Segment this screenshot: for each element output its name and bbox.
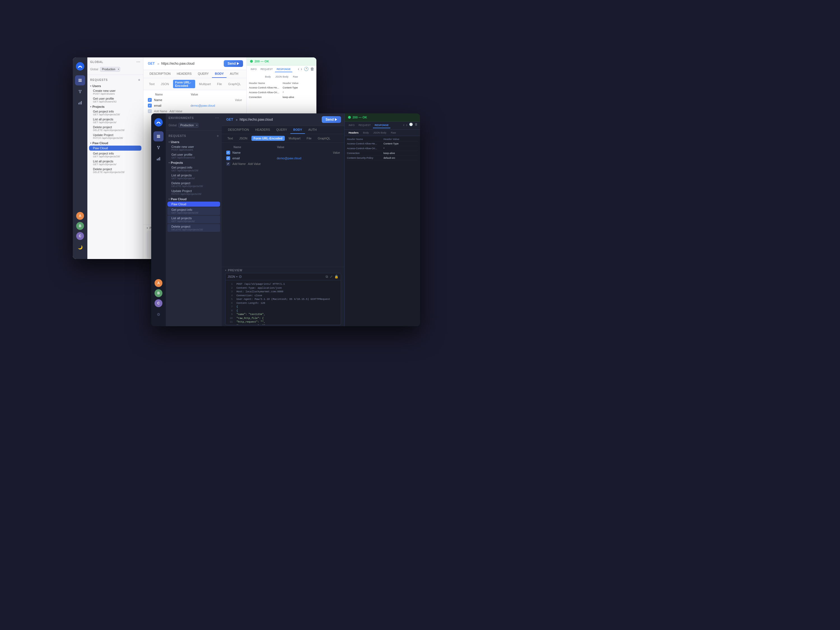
group-pawcloud-front[interactable]: ▾ Paw Cloud [166, 196, 222, 201]
resp-tab-info-front[interactable]: INFO [347, 123, 357, 128]
tab-headers-back[interactable]: HEADERS [174, 70, 194, 78]
lock-icon-front[interactable]: 🔒 [334, 275, 338, 279]
format-select-front[interactable]: JSON ▾ ⚙ [227, 275, 242, 279]
group-projects-back[interactable]: ▾ Projects [87, 104, 143, 109]
nav-delete-project-paw-front[interactable]: Delete project DELETE /api/v3/projects/2… [167, 224, 220, 232]
nav-pawcloud-selected-front[interactable]: Paw Cloud [167, 202, 220, 207]
tab-auth-back[interactable]: AUTH [227, 70, 241, 78]
nav-next-front[interactable]: › [406, 123, 407, 128]
send-button-back[interactable]: Send [224, 60, 243, 67]
nav-list-projects-front[interactable]: List all projects GET /api/v3/projects/ [166, 173, 222, 181]
checkbox-add-front[interactable] [226, 162, 230, 166]
subtab-file-front[interactable]: File [304, 136, 314, 141]
subtab-text-back[interactable]: Text [147, 82, 157, 87]
history-icon-front[interactable]: 🕐 [409, 123, 413, 128]
checkbox-name-front[interactable] [226, 151, 230, 155]
nav-list-projects-paw-back[interactable]: List all projects GET /api/v3/projects/ [87, 159, 143, 167]
subtab-form-back[interactable]: Form URL-Encoded [173, 80, 195, 88]
sidebar-icon-git-front[interactable] [153, 142, 164, 153]
subtab-body-back[interactable]: Body [264, 75, 273, 79]
nav-get-user-back[interactable]: Get user profile GET /api/v3/users/42 [87, 96, 143, 104]
nav-delete-project-paw-back[interactable]: Delete project DELETE /api/v3/projects/2… [87, 167, 143, 174]
env-select-front[interactable]: Production [178, 123, 199, 128]
checkbox-email-back[interactable] [148, 104, 152, 107]
subtab-form-front[interactable]: Form URL-Encoded [251, 136, 285, 141]
nav-get-project-front[interactable]: Get project info GET /api/v3/projects/28… [166, 165, 222, 173]
nav-list-projects-back[interactable]: List all projects GET /api/v3/projects/ [87, 117, 143, 125]
group-users-back[interactable]: ▾ Users [87, 83, 143, 88]
delete-icon-front[interactable]: 🗑 [415, 123, 418, 128]
subtab-multipart-back[interactable]: Multipart [197, 82, 213, 87]
env-select-back[interactable]: Production [100, 67, 120, 72]
checkbox-name-back[interactable] [148, 98, 152, 102]
add-request-front[interactable]: + [217, 134, 219, 138]
checkbox-add-back[interactable] [148, 109, 152, 113]
nav-create-user-front[interactable]: Create new user POST /api/v3/users [166, 144, 222, 152]
nav-get-project-paw-back[interactable]: Get project info GET /api/v3/projects/28… [87, 151, 143, 159]
resp-tab-request-front[interactable]: REQUEST [357, 123, 373, 128]
method-select-front[interactable]: GET [225, 117, 234, 122]
checkbox-email-front[interactable] [226, 156, 230, 160]
nav-update-project-back[interactable]: Update Project PATCH /api/v3/projects/28… [87, 133, 143, 140]
tab-body-back[interactable]: BODY [212, 70, 227, 78]
tab-query-front[interactable]: QUERY [273, 126, 290, 134]
nav-next-back[interactable]: › [301, 66, 302, 72]
env-menu-front[interactable]: ⋯ [215, 116, 219, 120]
send-button-front[interactable]: Send [322, 116, 341, 123]
nav-get-user-front[interactable]: Get user profile GET /api/v3/users/42 [166, 152, 222, 160]
group-projects-front[interactable]: ▾ Projects [166, 160, 222, 165]
tab-auth-front[interactable]: AUTH [305, 126, 319, 134]
sidebar-icon-list-back[interactable] [75, 75, 85, 85]
settings-icon-front[interactable]: ⚙ [153, 309, 164, 319]
nav-get-project-back[interactable]: Get project info GET /api/v3/projects/28… [87, 109, 143, 117]
nav-pawcloud-selected-back[interactable]: Paw Cloud [89, 145, 141, 151]
nav-update-project-front[interactable]: Update Project PATCH /api/v3/projects/28… [166, 188, 222, 196]
subtab-body-resp-front[interactable]: Body [362, 131, 371, 135]
subtab-json-front[interactable]: JSON [237, 136, 249, 141]
nav-delete-project-front[interactable]: Delete project DELETE /api/v3/projects/2… [166, 181, 222, 188]
subtab-raw-front[interactable]: Raw [389, 131, 398, 135]
nav-list-projects-paw-front[interactable]: List all projects GET /api/v3/projects/ [167, 216, 220, 223]
subtab-json-body-back[interactable]: JSON Body [273, 75, 290, 79]
nav-prev-front[interactable]: ‹ [403, 123, 404, 128]
subtab-graphql-front[interactable]: GraphQL [316, 136, 333, 141]
nav-delete-project-back[interactable]: Delete project DELETE /api/v3/projects/2… [87, 125, 143, 133]
subtab-headers-back[interactable]: Headers [249, 75, 262, 79]
tab-body-front[interactable]: BODY [291, 126, 305, 134]
tab-headers-front[interactable]: HEADERS [252, 126, 273, 134]
subtab-text-front[interactable]: Text [225, 136, 235, 141]
subtab-raw-back[interactable]: Raw [291, 75, 300, 79]
nav-create-user-back[interactable]: Create new user POST /api/v3/users [87, 88, 143, 96]
subtab-multipart-front[interactable]: Multipart [286, 136, 303, 141]
external-icon-front[interactable]: ⤢ [330, 275, 333, 279]
resp-tab-response-back[interactable]: RESPONSE [275, 66, 292, 72]
copy-icon-front[interactable]: ⧉ [326, 275, 328, 279]
moon-icon-back[interactable]: 🌙 [75, 242, 85, 252]
nav-get-project-paw-front[interactable]: Get project info GET /api/v3/projects/28… [167, 207, 220, 215]
tab-query-back[interactable]: QUERY [195, 70, 212, 78]
group-users-front[interactable]: ▾ Users [166, 139, 222, 144]
sidebar-icon-chart-front[interactable] [153, 154, 164, 164]
subtab-file-back[interactable]: File [215, 82, 224, 87]
sidebar-icon-chart-back[interactable] [75, 98, 85, 108]
method-select-back[interactable]: GET [147, 61, 156, 66]
group-pawcloud-back[interactable]: ▾ Paw Cloud [87, 140, 143, 145]
nav-prev-back[interactable]: ‹ [298, 66, 299, 72]
tab-description-front[interactable]: DESCRIPTION [225, 126, 252, 134]
resp-tab-request-back[interactable]: REQUEST [259, 66, 275, 72]
resp-tab-response-front[interactable]: RESPONSE [373, 123, 390, 128]
resp-tab-info-back[interactable]: INFO [249, 66, 259, 72]
history-icon-back[interactable]: 🕐 [304, 66, 309, 72]
subtab-json-body-front[interactable]: JSON Body [371, 131, 388, 135]
subtab-graphql-back[interactable]: GraphQL [226, 82, 243, 87]
delete-icon-back[interactable]: 🗑 [310, 66, 314, 72]
env-menu-back[interactable]: ⋯ [136, 60, 140, 64]
tab-description-back[interactable]: DESCRIPTION [147, 70, 173, 78]
url-input-back[interactable] [161, 62, 222, 66]
add-request-back[interactable]: + [138, 77, 140, 82]
subtab-headers-front[interactable]: Headers [347, 131, 360, 135]
sidebar-icon-git-back[interactable] [75, 87, 85, 96]
subtab-json-back[interactable]: JSON [158, 82, 171, 87]
url-input-front[interactable] [240, 118, 320, 122]
sidebar-icon-list-front[interactable] [153, 131, 164, 141]
